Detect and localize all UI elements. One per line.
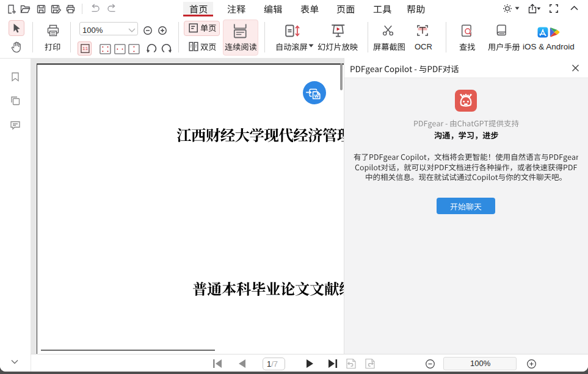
svg-text:W: W bbox=[314, 93, 319, 99]
svg-text:1:1: 1:1 bbox=[82, 46, 88, 51]
